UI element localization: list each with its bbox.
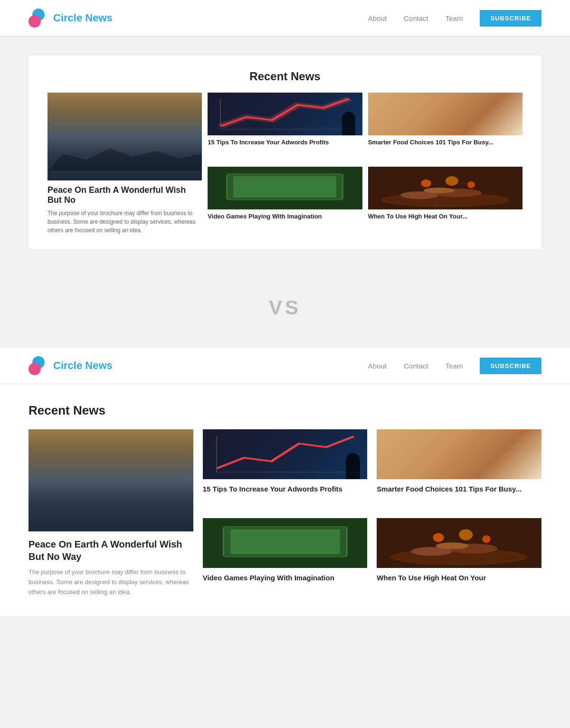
svg-point-24 (459, 529, 473, 540)
section-v1: Recent News Peace On Earth A Wonderful W… (0, 37, 570, 268)
cooking-image-v2 (377, 429, 542, 479)
nav-links: About Contact Team SUBSCRIBE (368, 10, 542, 27)
nav-team-v2[interactable]: Team (446, 362, 463, 370)
svg-point-23 (433, 533, 444, 542)
site-name-part1-v2: Circle (53, 359, 82, 371)
nav-contact[interactable]: Contact (404, 14, 428, 22)
card-image-1-v1 (208, 93, 362, 135)
gaming-image-v2 (203, 518, 368, 568)
card-image-1-v2 (203, 429, 368, 479)
svg-point-11 (445, 176, 458, 186)
bridge-image (48, 93, 202, 180)
card-title-1-v2: 15 Tips To Increase Your Adwords Profits (203, 484, 368, 494)
nav-links-v2: About Contact Team SUBSCRIBE (368, 358, 542, 374)
card-image-2-v2 (377, 429, 542, 479)
cooking-image (368, 93, 522, 135)
featured-card-v2[interactable]: Peace On Earth A Wonderful Wish But No W… (28, 429, 193, 597)
site-name: Circle News (53, 12, 113, 24)
svg-rect-4 (234, 176, 337, 198)
card-title-2-v2: Smarter Food Choices 101 Tips For Busy..… (377, 484, 542, 494)
logo-v2: Circle News (28, 356, 113, 375)
site-name-part2: News (85, 12, 112, 24)
card-title-3-v2: Video Games Playing With Imagination (203, 573, 368, 583)
nav-team[interactable]: Team (446, 14, 463, 22)
featured-image-v2 (28, 429, 193, 531)
site-name-part2-v2: News (85, 359, 112, 371)
nav-about-v2[interactable]: About (368, 362, 387, 370)
svg-point-22 (436, 542, 469, 549)
chart-image (208, 93, 362, 135)
card-title-4-v1: When To Use High Heat On Your... (368, 212, 522, 221)
logo: Circle News (28, 9, 113, 28)
news-card-3-v1[interactable]: Video Games Playing With Imagination (208, 167, 362, 235)
featured-desc-v1: The purpose of your brochure may differ … (48, 209, 202, 235)
bbq-image-v2 (377, 518, 542, 568)
nav-about[interactable]: About (368, 14, 387, 22)
news-grid-v2: Peace On Earth A Wonderful Wish But No W… (28, 429, 542, 597)
news-container-v1: Recent News Peace On Earth A Wonderful W… (28, 56, 542, 249)
navbar-v1: Circle News About Contact Team SUBSCRIBE (0, 0, 570, 37)
subscribe-button-v2[interactable]: SUBSCRIBE (480, 358, 542, 374)
person-silhouette-v2 (346, 453, 360, 479)
bbq-image (368, 167, 522, 209)
news-card-3-v2[interactable]: Video Games Playing With Imagination (203, 518, 368, 583)
logo-icon (28, 9, 49, 28)
svg-point-12 (467, 181, 475, 188)
card-image-4-v1 (368, 167, 522, 209)
card-title-2-v1: Smarter Food Choices 101 Tips For Busy..… (368, 138, 522, 147)
section-v2: Recent News Peace On Earth A Wonderful W… (0, 384, 570, 616)
news-card-4-v1[interactable]: When To Use High Heat On Your... (368, 167, 522, 235)
card-image-2-v1 (368, 93, 522, 135)
vs-divider: VS (0, 268, 570, 348)
news-card-1-v1[interactable]: 15 Tips To Increase Your Adwords Profits (208, 93, 362, 161)
svg-rect-17 (230, 529, 340, 554)
subscribe-button[interactable]: SUBSCRIBE (480, 10, 542, 27)
featured-title-v1: Peace On Earth A Wonderful Wish But No (48, 185, 202, 205)
svg-point-9 (423, 188, 454, 193)
circle-pink-icon-v2 (28, 363, 41, 375)
svg-point-10 (421, 180, 431, 187)
svg-point-25 (483, 535, 491, 543)
circle-pink-icon (28, 15, 41, 28)
news-card-2-v1[interactable]: Smarter Food Choices 101 Tips For Busy..… (368, 93, 522, 161)
logo-icon-v2 (28, 356, 49, 375)
featured-title-v2: Peace On Earth A Wonderful Wish But No W… (28, 538, 193, 563)
card-image-3-v2 (203, 518, 368, 568)
section-title-v2: Recent News (28, 403, 542, 418)
news-grid-v1: Peace On Earth A Wonderful Wish But No T… (48, 93, 522, 235)
card-title-1-v1: 15 Tips To Increase Your Adwords Profits (208, 138, 362, 147)
card-title-3-v1: Video Games Playing With Imagination (208, 212, 362, 221)
gaming-image (208, 167, 362, 209)
featured-desc-v2: The purpose of your brochure may differ … (28, 567, 193, 597)
nav-contact-v2[interactable]: Contact (404, 362, 428, 370)
featured-card-v1[interactable]: Peace On Earth A Wonderful Wish But No T… (48, 93, 202, 235)
featured-image-v1 (48, 93, 202, 180)
news-card-1-v2[interactable]: 15 Tips To Increase Your Adwords Profits (203, 429, 368, 494)
card-image-4-v2 (377, 518, 542, 568)
person-silhouette (342, 112, 355, 135)
news-card-4-v2[interactable]: When To Use High Heat On Your (377, 518, 542, 583)
navbar-v2: Circle News About Contact Team SUBSCRIBE (0, 348, 570, 384)
site-name-v2: Circle News (53, 359, 113, 372)
section-title-v1: Recent News (48, 70, 522, 83)
card-image-3-v1 (208, 167, 362, 209)
news-card-2-v2[interactable]: Smarter Food Choices 101 Tips For Busy..… (377, 429, 542, 494)
vs-label: VS (269, 296, 301, 319)
chart-image-v2 (203, 429, 368, 479)
card-title-4-v2: When To Use High Heat On Your (377, 573, 542, 583)
site-name-part1: Circle (53, 12, 82, 24)
